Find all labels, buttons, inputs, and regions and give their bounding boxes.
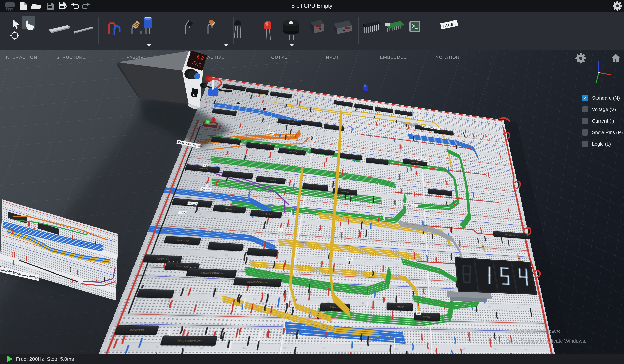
svg-text:mmer for Microcode EEPROMS: mmer for Microcode EEPROMS <box>0 268 42 280</box>
